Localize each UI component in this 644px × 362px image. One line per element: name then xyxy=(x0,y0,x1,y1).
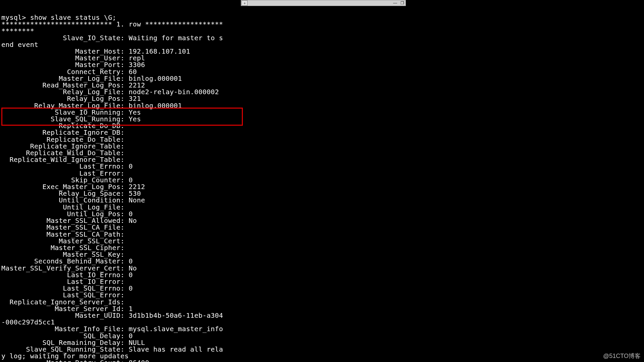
plus-icon: ＋ xyxy=(243,1,247,5)
terminal-line: Master_Retry_Count: 86400 xyxy=(1,359,149,362)
new-tab-button[interactable]: ＋ xyxy=(241,0,248,6)
maximize-icon[interactable]: ❐ xyxy=(400,1,404,5)
watermark-text: @51CTO博客 xyxy=(603,352,641,360)
terminal-line: *************************** 1. row *****… xyxy=(1,20,223,28)
terminal-output[interactable]: mysql> show slave status \G; ***********… xyxy=(1,14,643,362)
minimize-icon[interactable]: — xyxy=(393,1,397,5)
window-titlebar: ＋ — ❐ xyxy=(241,0,406,6)
